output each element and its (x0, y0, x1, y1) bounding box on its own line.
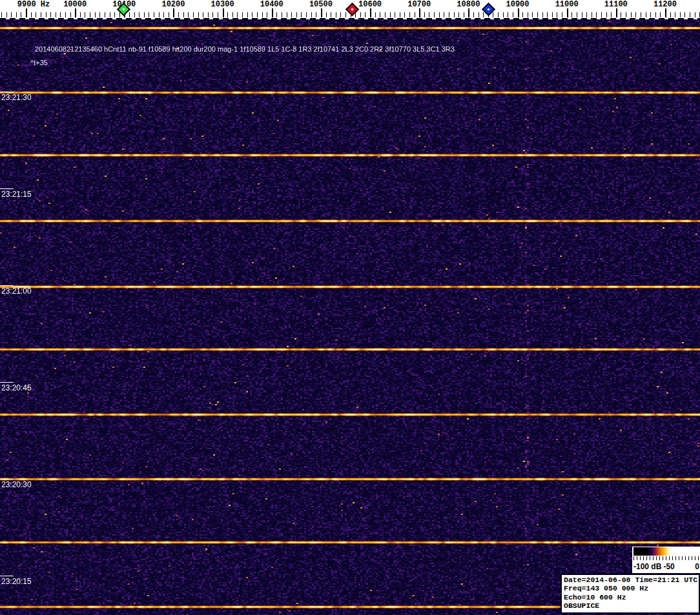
ruler-minor-tick (479, 12, 479, 17)
ruler-minor-tick (188, 12, 189, 17)
ruler-minor-tick (415, 12, 415, 17)
ruler-minor-tick (522, 12, 523, 17)
ruler-minor-tick (31, 12, 32, 17)
ruler-minor-tick (90, 12, 90, 17)
ruler-frequency-label: 10000 (63, 0, 87, 9)
ruler-minor-tick (282, 12, 282, 17)
ruler-minor-tick (596, 12, 597, 17)
ruler-minor-tick (429, 12, 429, 17)
ruler-frequency-label: 10700 (407, 0, 431, 9)
time-label: 23:20:15 (1, 577, 32, 586)
ruler-minor-tick (267, 12, 267, 17)
red-frequency-marker-icon[interactable] (345, 3, 359, 16)
ruler-minor-tick (547, 12, 548, 17)
ruler-minor-tick (65, 12, 66, 17)
color-scale-label-max: 0 (695, 562, 699, 571)
ruler-frequency-label: 10800 (457, 0, 480, 9)
ruler-minor-tick (592, 12, 592, 17)
ruler-minor-tick (36, 12, 36, 17)
ruler-minor-tick (16, 12, 17, 17)
ruler-frequency-label: 10400 (260, 0, 283, 9)
color-scale-tick (663, 556, 663, 560)
ruler-minor-tick (208, 12, 209, 17)
ruler-major-tick (518, 8, 519, 17)
ruler-minor-tick (129, 12, 130, 17)
ruler-minor-tick (6, 12, 7, 17)
ruler-minor-tick (473, 12, 474, 17)
ruler-frequency-label: 9900 Hz (17, 0, 50, 9)
ruler-minor-tick (655, 12, 656, 17)
ruler-minor-tick (291, 12, 292, 17)
ruler-minor-tick (404, 12, 405, 17)
ruler-minor-tick (532, 12, 533, 17)
ruler-minor-tick (198, 12, 199, 17)
ruler-minor-tick (56, 12, 56, 17)
spectrogram-waterfall[interactable] (0, 19, 700, 615)
ruler-major-tick (616, 8, 617, 17)
ruler-minor-tick (218, 12, 218, 17)
ruler-minor-tick (562, 12, 562, 17)
ruler-major-tick (272, 8, 273, 17)
ruler-minor-tick (301, 12, 302, 17)
ruler-minor-tick (390, 12, 391, 17)
ruler-minor-tick (365, 12, 365, 17)
ruler-minor-tick (227, 12, 228, 17)
info-box-line: Echo=10 600 Hz (564, 593, 697, 601)
ruler-minor-tick (46, 12, 46, 17)
ruler-minor-tick (331, 12, 331, 17)
ruler-minor-tick (237, 12, 238, 17)
color-scale-tick (669, 556, 670, 560)
ruler-minor-tick (60, 12, 61, 17)
ruler-major-tick (567, 8, 568, 17)
ruler-minor-tick (508, 12, 508, 17)
marker-center-dot (123, 8, 125, 10)
station-info-box: Date=2014-06-08 Time=21:21 UTCFreq=143 0… (561, 574, 700, 614)
color-scale-label-mid: -50 (663, 562, 674, 571)
ruler-minor-tick (99, 12, 100, 17)
ruler-minor-tick (110, 12, 110, 17)
ruler-minor-tick (601, 12, 602, 17)
frequency-ruler: 9900 Hz100001010010200103001040010500106… (0, 0, 700, 19)
info-box-line: OBSUPICE (564, 601, 697, 610)
ruler-minor-tick (571, 12, 572, 17)
ruler-major-tick (468, 8, 469, 17)
ruler-major-tick (321, 8, 322, 17)
time-label: 23:21:00 (1, 287, 32, 296)
ruler-minor-tick (306, 12, 307, 17)
color-scale-labels: -100 dB -50 0 (633, 562, 699, 572)
ruler-frequency-label: 10500 (309, 0, 333, 9)
info-box-line: Freq=143 050 000 Hz (564, 584, 697, 592)
ruler-minor-tick (454, 12, 455, 17)
ruler-minor-tick (439, 12, 440, 17)
ruler-minor-tick (542, 12, 543, 17)
ruler-minor-tick (163, 12, 164, 17)
ruler-minor-tick (631, 12, 632, 17)
ruler-minor-tick (380, 12, 380, 17)
ruler-major-tick (665, 8, 666, 17)
ruler-frequency-label: 11200 (654, 0, 677, 9)
ruler-minor-tick (296, 12, 297, 17)
color-scale-tick (666, 556, 666, 560)
ruler-minor-tick (232, 12, 233, 17)
ruler-minor-tick (449, 12, 449, 17)
color-scale-tick (688, 556, 689, 560)
color-scale-tick (633, 556, 634, 560)
ruler-minor-tick (70, 12, 71, 17)
ruler-minor-tick (626, 12, 626, 17)
ruler-minor-tick (326, 12, 327, 17)
ruler-frequency-label: 11100 (604, 0, 628, 9)
color-scale-tick (695, 556, 695, 560)
ruler-minor-tick (345, 12, 346, 17)
ruler-minor-tick (41, 12, 41, 17)
ruler-minor-tick (316, 12, 316, 17)
ruler-minor-tick (528, 12, 528, 17)
time-label: 23:20:45 (1, 383, 32, 392)
ruler-minor-tick (690, 12, 690, 17)
ruler-minor-tick (119, 12, 120, 17)
ruler-minor-tick (114, 12, 115, 17)
ruler-minor-tick (154, 12, 154, 17)
ruler-minor-tick (552, 12, 553, 17)
ruler-minor-tick (606, 12, 607, 17)
ruler-minor-tick (409, 12, 410, 17)
color-scale-tick (679, 556, 679, 560)
